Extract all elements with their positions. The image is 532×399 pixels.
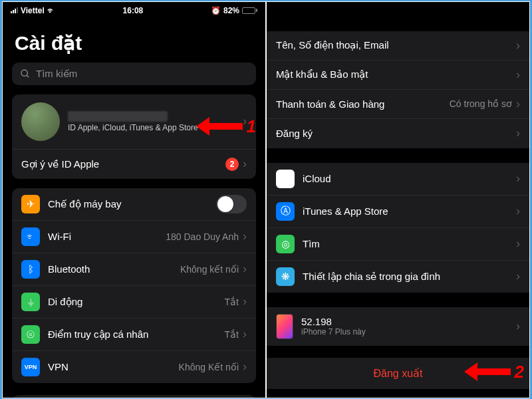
airplane-toggle[interactable] — [216, 195, 247, 213]
notifications-row[interactable]: ▣ Thông báo › — [12, 395, 256, 398]
page-title: Cài đặt — [3, 19, 265, 63]
chevron-right-icon: › — [516, 97, 520, 111]
cellular-row[interactable]: ⏚ Di độngTắt › — [12, 286, 256, 319]
bluetooth-row[interactable]: ᛒ BluetoothKhông kết nối › — [12, 253, 256, 286]
search-input[interactable]: Tìm kiếm — [12, 63, 256, 85]
row-value: Tắt — [225, 329, 239, 340]
vpn-icon: VPN — [21, 358, 40, 376]
row-label: Wi-Fi — [48, 231, 166, 242]
search-placeholder: Tìm kiếm — [36, 68, 77, 80]
bluetooth-icon: ᛒ — [21, 260, 40, 279]
row-label: Điểm truy cập cá nhân — [48, 329, 225, 340]
icloud-row[interactable]: ☁ iCloud › — [267, 163, 529, 196]
clock: 16:08 — [123, 6, 144, 15]
device-subtitle: iPhone 7 Plus này — [301, 327, 516, 336]
chevron-right-icon: › — [243, 229, 247, 243]
family-icon: ❋ — [276, 267, 295, 286]
avatar — [21, 102, 60, 141]
row-label: Tìm — [303, 238, 516, 249]
findmy-row[interactable]: ◎ Tìm › — [267, 228, 529, 261]
family-row[interactable]: ❋ Thiết lập chia sẻ trong gia đình › — [267, 261, 529, 293]
device-row[interactable]: 52.198 iPhone 7 Plus này › — [267, 307, 529, 346]
account-row[interactable]: Thanh toán & Giao hàng Có trong hồ sơ › — [267, 90, 529, 119]
row-label: Thanh toán & Giao hàng — [276, 98, 450, 110]
findmy-icon: ◎ — [276, 235, 295, 253]
chevron-right-icon: › — [516, 269, 520, 283]
wifi-row[interactable]: ᯤ Wi-Fi180 Dao Duy Anh › — [12, 221, 256, 253]
row-value: Không kết nối — [180, 264, 239, 275]
chevron-right-icon: › — [243, 114, 247, 128]
wifi-status-icon: ᯤ — [47, 6, 55, 15]
battery-percent: 82% — [223, 6, 239, 15]
chevron-right-icon: › — [516, 204, 520, 218]
row-label: Thiết lập chia sẻ trong gia đình — [303, 271, 516, 283]
device-thumbnail — [276, 314, 293, 339]
row-value: Có trong hồ sơ — [450, 98, 512, 109]
icloud-icon: ☁ — [276, 170, 295, 188]
chevron-right-icon: › — [243, 262, 247, 276]
airplane-icon: ✈ — [21, 195, 40, 213]
chevron-right-icon: › — [243, 157, 247, 171]
chevron-right-icon: › — [516, 68, 520, 82]
row-label: Mật khẩu & Bảo mật — [276, 68, 516, 80]
profile-subtitle: ID Apple, iCloud, iTunes & App Store — [68, 123, 243, 132]
row-label: Chế độ máy bay — [48, 198, 216, 210]
svg-point-0 — [21, 70, 27, 76]
chevron-right-icon: › — [516, 126, 520, 140]
appstore-icon: Ⓐ — [276, 202, 295, 221]
chevron-right-icon: › — [516, 319, 520, 333]
row-value: Không Kết nối — [179, 362, 239, 372]
alarm-icon: ⏰ — [211, 6, 221, 15]
chevron-right-icon: › — [516, 39, 520, 53]
status-bar: Viettel ᯤ 16:08 ⏰ 82% — [3, 2, 265, 19]
row-label: iCloud — [303, 173, 516, 184]
apple-id-screen: Tên, Số điện thoại, Email ›Mật khẩu & Bả… — [267, 2, 529, 398]
apple-id-suggestions-row[interactable]: Gợi ý về ID Apple 2 › — [12, 150, 256, 179]
row-label: iTunes & App Store — [303, 205, 516, 217]
chevron-right-icon: › — [243, 295, 247, 309]
account-row[interactable]: Đăng ký › — [267, 119, 529, 148]
account-row[interactable]: Tên, Số điện thoại, Email › — [267, 31, 529, 61]
row-label: Tên, Số điện thoại, Email — [276, 39, 516, 51]
row-label: Bluetooth — [48, 263, 180, 275]
row-value: 180 Dao Duy Anh — [166, 231, 239, 242]
profile-name-redacted — [68, 111, 168, 122]
annotation-number-2: 2 — [515, 362, 524, 382]
appstore-row[interactable]: Ⓐ iTunes & App Store › — [267, 196, 529, 228]
row-value: Tắt — [225, 297, 239, 307]
chevron-right-icon: › — [243, 327, 247, 341]
vpn-row[interactable]: VPN VPNKhông Kết nối › — [12, 351, 256, 383]
row-label: Di động — [48, 296, 225, 308]
svg-line-1 — [27, 75, 29, 77]
chevron-right-icon: › — [243, 360, 247, 374]
chevron-right-icon: › — [516, 237, 520, 251]
device-name: 52.198 — [301, 316, 516, 327]
carrier-label: Viettel — [21, 6, 45, 15]
row-label: Đăng ký — [276, 128, 516, 139]
hotspot-row[interactable]: ⦾ Điểm truy cập cá nhânTắt › — [12, 319, 256, 351]
row-label: VPN — [48, 361, 179, 372]
account-row[interactable]: Mật khẩu & Bảo mật › — [267, 61, 529, 90]
search-icon — [20, 68, 31, 79]
airplane-row[interactable]: ✈ Chế độ máy bay — [12, 188, 256, 221]
settings-screen: Viettel ᯤ 16:08 ⏰ 82% Cài đặt Tìm kiếm — [3, 2, 265, 398]
annotation-arrow-2 — [464, 366, 511, 377]
row-label: Gợi ý về ID Apple — [21, 158, 225, 170]
signal-icon — [11, 7, 18, 13]
notification-badge: 2 — [225, 158, 239, 171]
apple-id-profile-row[interactable]: ID Apple, iCloud, iTunes & App Store › — [12, 94, 256, 150]
chevron-right-icon: › — [516, 172, 520, 186]
sign-out-button[interactable]: Đăng xuất 2 — [267, 358, 529, 389]
hotspot-icon: ⦾ — [21, 325, 40, 344]
battery-icon — [242, 7, 257, 14]
cellular-icon: ⏚ — [21, 293, 40, 311]
sign-out-label: Đăng xuất — [373, 368, 422, 379]
wifi-icon: ᯤ — [21, 227, 40, 246]
